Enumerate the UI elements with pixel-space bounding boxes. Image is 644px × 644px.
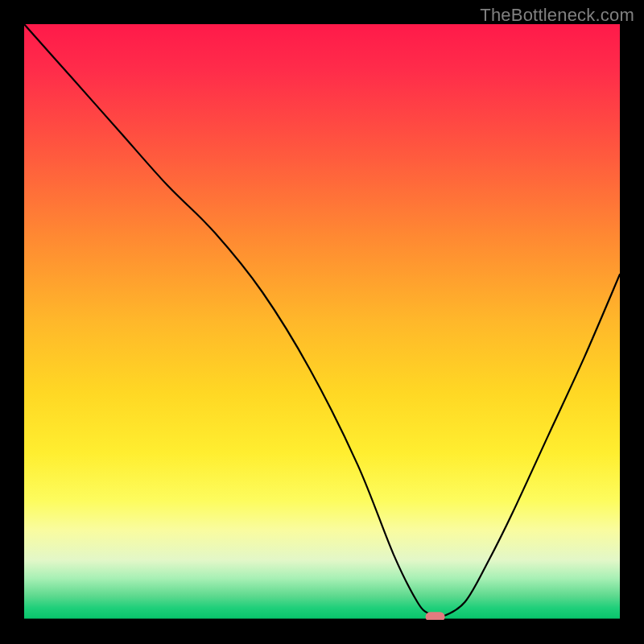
plot-area xyxy=(24,24,620,620)
chart-svg xyxy=(24,24,620,620)
chart-frame: TheBottleneck.com xyxy=(0,0,644,644)
bottleneck-curve xyxy=(24,24,620,617)
optimal-marker xyxy=(426,612,445,620)
watermark-text: TheBottleneck.com xyxy=(480,5,634,26)
